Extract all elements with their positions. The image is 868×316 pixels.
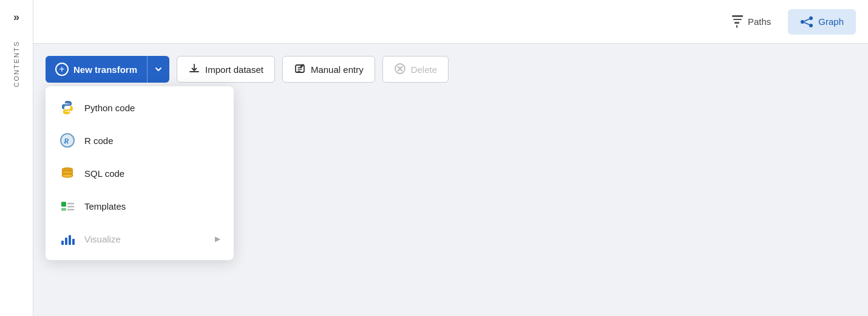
python-code-label: Python code <box>84 103 135 113</box>
top-bar: Paths Graph <box>33 0 868 44</box>
manual-entry-icon <box>294 63 306 77</box>
svg-point-0 <box>801 20 804 24</box>
templates-label: Templates <box>84 201 126 211</box>
sidebar-toggle[interactable]: » <box>8 6 24 29</box>
paths-icon <box>731 15 743 28</box>
r-code-label: R code <box>84 136 114 146</box>
svg-rect-29 <box>72 239 75 245</box>
circle-plus-icon: + <box>55 63 69 76</box>
python-icon <box>59 100 76 115</box>
new-transform-button[interactable]: + New transform <box>46 56 169 83</box>
paths-label: Paths <box>748 16 771 27</box>
svg-rect-28 <box>69 235 71 245</box>
sql-icon <box>59 165 76 181</box>
toolbar-area: + New transform Import <box>33 44 868 83</box>
svg-point-12 <box>66 103 67 105</box>
manual-entry-button[interactable]: Manual entry <box>282 56 375 83</box>
svg-line-3 <box>804 19 809 21</box>
dropdown-item-r[interactable]: R R code <box>46 124 234 157</box>
delete-label: Delete <box>411 64 437 75</box>
dropdown-arrow[interactable] <box>147 56 169 83</box>
import-icon <box>188 63 200 77</box>
manual-entry-label: Manual entry <box>311 64 364 75</box>
main-content: Paths Graph <box>33 0 868 316</box>
svg-text:R: R <box>63 136 69 145</box>
sidebar-label: CONTENTS <box>13 41 20 88</box>
new-transform-label: New transform <box>73 64 137 75</box>
visualize-label: Visualize <box>84 234 121 244</box>
svg-point-20 <box>62 174 73 177</box>
templates-icon <box>59 198 76 214</box>
dropdown-item-python[interactable]: Python code <box>46 91 234 124</box>
dropdown-item-sql[interactable]: SQL code <box>46 157 234 190</box>
delete-button[interactable]: Delete <box>382 56 449 83</box>
graph-icon <box>800 15 813 29</box>
svg-point-2 <box>809 24 813 27</box>
dropdown-item-visualize[interactable]: Visualize ▶ <box>46 222 234 255</box>
r-code-icon: R <box>59 132 76 148</box>
graph-label: Graph <box>818 16 844 27</box>
svg-line-4 <box>804 22 809 25</box>
sidebar: » CONTENTS <box>0 0 33 316</box>
visualize-icon <box>59 231 76 247</box>
svg-point-1 <box>809 16 813 20</box>
import-dataset-button[interactable]: Import dataset <box>177 56 275 83</box>
new-transform-main[interactable]: + New transform <box>46 56 147 83</box>
svg-rect-22 <box>61 208 66 211</box>
svg-rect-21 <box>61 202 66 207</box>
paths-button[interactable]: Paths <box>719 9 783 34</box>
svg-point-13 <box>68 111 69 112</box>
visualize-arrow-icon: ▶ <box>215 235 220 243</box>
delete-icon <box>394 63 406 77</box>
dropdown-item-templates[interactable]: Templates <box>46 190 234 222</box>
svg-rect-26 <box>61 241 64 245</box>
svg-rect-27 <box>65 238 67 245</box>
graph-button[interactable]: Graph <box>788 9 856 35</box>
sql-code-label: SQL code <box>84 168 124 179</box>
import-dataset-label: Import dataset <box>205 64 263 75</box>
dropdown-menu: Python code R R code <box>46 86 234 260</box>
